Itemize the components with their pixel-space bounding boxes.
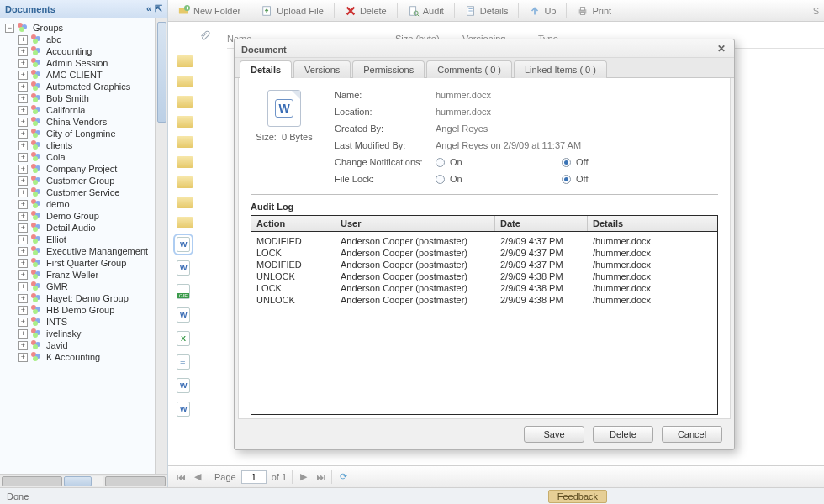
expander-icon[interactable]: +	[18, 82, 28, 92]
expander-icon[interactable]: +	[18, 106, 28, 115]
folder-icon[interactable]	[177, 217, 193, 228]
expander-icon[interactable]: +	[18, 59, 28, 68]
tree-scrollbar[interactable]	[155, 18, 167, 474]
file-lock-off[interactable]: Off	[562, 174, 671, 184]
text-file-icon[interactable]	[177, 354, 190, 370]
file-lock-on[interactable]: On	[436, 174, 562, 184]
expander-icon[interactable]: +	[18, 200, 28, 209]
first-page-button[interactable]: ⏮	[175, 472, 187, 482]
tree-node[interactable]: +Executive Manangement	[3, 245, 167, 257]
word-file-icon[interactable]	[177, 378, 190, 393]
tree-node[interactable]: +Demo Group	[3, 210, 167, 222]
tree-node[interactable]: +abc	[3, 34, 167, 45]
folder-icon[interactable]	[177, 156, 193, 168]
expander-icon[interactable]: +	[18, 118, 28, 127]
tree-node[interactable]: +Customer Group	[3, 175, 167, 186]
gif-file-icon[interactable]	[177, 284, 190, 299]
tree-node[interactable]: +GMR	[3, 281, 167, 292]
expander-icon[interactable]: +	[18, 353, 28, 362]
word-file-icon[interactable]	[177, 402, 190, 417]
folder-icon[interactable]	[177, 96, 193, 108]
expander-icon[interactable]: +	[18, 270, 28, 280]
expander-icon[interactable]: +	[18, 35, 28, 45]
tree-node[interactable]: +K Accounting	[3, 351, 167, 363]
expander-icon[interactable]: +	[18, 188, 28, 197]
tree-node[interactable]: +INTS	[3, 316, 167, 328]
expander-icon[interactable]: +	[18, 176, 28, 186]
expander-icon[interactable]: +	[18, 259, 28, 268]
tree-node[interactable]: +Javid	[3, 339, 167, 351]
tree-node[interactable]: +City of Longmine	[3, 128, 167, 139]
delete-button[interactable]: Delete	[593, 426, 653, 443]
expander-icon[interactable]: +	[18, 247, 28, 256]
tree-node[interactable]: +Admin Session	[3, 57, 167, 69]
pin-icon[interactable]: ⇱	[155, 3, 162, 14]
new-folder-button[interactable]: New Folder	[173, 3, 246, 18]
scroll-track[interactable]	[64, 476, 103, 486]
expander-icon[interactable]: +	[18, 129, 28, 139]
tree-node[interactable]: +AMC CLIENT	[3, 69, 167, 81]
col-details[interactable]: Details	[588, 216, 717, 231]
audit-button[interactable]: Audit	[403, 3, 449, 18]
tree-node[interactable]: +clients	[3, 139, 167, 151]
prev-page-button[interactable]: ◀	[192, 471, 203, 482]
radio-icon[interactable]	[562, 158, 571, 167]
refresh-button[interactable]: ⟳	[337, 471, 349, 482]
tab-comments[interactable]: Comments ( 0 )	[426, 60, 512, 78]
expander-icon[interactable]: +	[18, 141, 28, 150]
folder-icon[interactable]	[177, 136, 193, 148]
tree-node[interactable]: +Detail Audio	[3, 222, 167, 234]
tree-node[interactable]: +California	[3, 104, 167, 116]
scrollbar-thumb[interactable]	[157, 22, 166, 123]
tree-hscroll[interactable]	[0, 474, 167, 487]
page-input[interactable]	[241, 470, 267, 484]
feedback-button[interactable]: Feedback	[548, 490, 607, 503]
tree-node[interactable]: +Customer Service	[3, 186, 167, 198]
tree-node[interactable]: +Hayet: Demo Group	[3, 292, 167, 304]
folder-icon[interactable]	[177, 55, 193, 67]
tab-linked-items[interactable]: Linked Items ( 0 )	[514, 60, 607, 78]
expander-icon[interactable]: +	[18, 306, 28, 315]
tree-node[interactable]: +Bob Smith	[3, 92, 167, 104]
tree-node[interactable]: +Automated Graphics	[3, 81, 167, 92]
word-file-icon[interactable]	[177, 260, 190, 276]
last-page-button[interactable]: ⏭	[314, 472, 326, 482]
col-user[interactable]: User	[335, 216, 495, 231]
notifications-on[interactable]: On	[436, 157, 562, 167]
details-button[interactable]: Details	[460, 3, 514, 18]
tree-node[interactable]: +China Vendors	[3, 116, 167, 128]
dialog-title-bar[interactable]: Document ✕	[235, 39, 734, 58]
folder-icon[interactable]	[177, 116, 193, 128]
tab-details[interactable]: Details	[240, 60, 292, 78]
save-button[interactable]: Save	[524, 426, 584, 443]
expander-icon[interactable]: +	[18, 294, 28, 303]
radio-icon[interactable]	[436, 158, 445, 167]
scroll-left-icon[interactable]	[2, 476, 62, 486]
expander-icon[interactable]: +	[18, 282, 28, 291]
word-file-icon[interactable]	[177, 307, 190, 323]
tree-node[interactable]: +HB Demo Group	[3, 304, 167, 316]
expander-icon[interactable]: +	[18, 71, 28, 80]
tree-root-groups[interactable]: − Groups	[3, 22, 167, 34]
tree-node[interactable]: +ivelinsky	[3, 328, 167, 339]
tree-node[interactable]: +Accounting	[3, 45, 167, 57]
tree-node[interactable]: +Cola	[3, 151, 167, 163]
expander-icon[interactable]: +	[18, 212, 28, 221]
expander-icon[interactable]: +	[18, 47, 28, 56]
tree-node[interactable]: +Company Project	[3, 163, 167, 175]
expander-icon[interactable]: +	[18, 94, 28, 103]
expander-icon[interactable]: +	[18, 223, 28, 233]
collapse-icon[interactable]: «	[146, 3, 151, 14]
radio-icon[interactable]	[436, 175, 445, 184]
print-button[interactable]: Print	[572, 3, 616, 18]
tab-permissions[interactable]: Permissions	[352, 60, 425, 78]
expander-icon[interactable]: −	[5, 24, 14, 33]
col-action[interactable]: Action	[251, 216, 335, 231]
word-file-icon[interactable]	[177, 237, 190, 252]
up-button[interactable]: Up	[524, 3, 561, 18]
excel-file-icon[interactable]	[177, 331, 190, 346]
delete-button[interactable]: Delete	[340, 3, 392, 18]
upload-button[interactable]: Upload File	[256, 3, 329, 18]
expander-icon[interactable]: +	[18, 329, 28, 339]
expander-icon[interactable]: +	[18, 165, 28, 174]
